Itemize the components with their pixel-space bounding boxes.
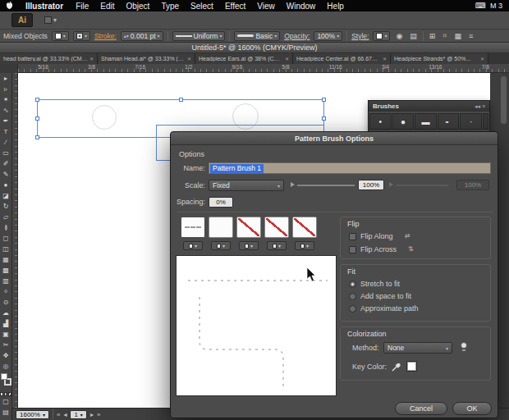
eyedropper-icon[interactable] [392, 362, 401, 372]
anchor-handle[interactable] [35, 98, 39, 102]
selection-tool[interactable]: ▸ [0, 73, 12, 84]
menu-type[interactable]: Type [155, 2, 185, 11]
end-tile-button[interactable] [292, 217, 317, 238]
gradient-tool[interactable]: ▥ [0, 276, 12, 286]
flip-across-checkbox[interactable] [349, 246, 356, 253]
dialog-titlebar[interactable]: Pattern Brush Options [171, 132, 498, 145]
brushes-panel-header[interactable]: Brushes ◂◂ ≡ [369, 101, 489, 112]
pen-tool[interactable]: ✒ [0, 116, 12, 126]
cancel-button[interactable]: Cancel [395, 402, 447, 415]
line-segment-tool[interactable]: ∕ [0, 137, 12, 148]
stretch-to-fit-radio[interactable] [349, 281, 356, 288]
fill-stroke-indicator[interactable] [0, 372, 12, 390]
tab-close-icon[interactable]: ✕ [383, 56, 387, 62]
rectangle-tool[interactable]: ▭ [0, 148, 12, 158]
anchor-handle[interactable] [322, 116, 326, 121]
width-tool[interactable]: ≬ [0, 222, 12, 233]
document-tab[interactable]: Shaman Head.ai* @ 33.33% (CMY...✕ [98, 53, 195, 64]
next-artboard-icon[interactable]: ▸ [90, 411, 94, 418]
scale-tool[interactable]: ▱ [0, 212, 12, 222]
shape-builder-tool[interactable]: ◫ [0, 244, 12, 254]
panel-menu-icon[interactable]: ≡ [482, 103, 485, 109]
panel-scrollbar[interactable] [483, 113, 488, 130]
anchor-handle[interactable] [35, 116, 39, 121]
anchor-handle[interactable] [35, 135, 39, 139]
menu-edit[interactable]: Edit [94, 2, 120, 11]
stretch-to-fit-label[interactable]: Stretch to fit [360, 280, 400, 288]
fill-color-widget[interactable]: ▾ [52, 31, 69, 41]
align-panel-icon[interactable]: ⊞ [428, 32, 438, 40]
outer-corner-tile-flyout[interactable]: ▾ [211, 241, 231, 250]
blend-tool[interactable]: ⊙ [0, 297, 12, 308]
perspective-grid-tool[interactable]: ▦ [0, 254, 12, 265]
recolor-artwork-icon[interactable]: ◉ [394, 32, 404, 40]
style-dropdown[interactable]: ▾ [373, 31, 390, 41]
inner-corner-tile-flyout[interactable]: ▾ [239, 241, 259, 250]
slice-tool[interactable]: ✂ [0, 340, 12, 350]
colorization-tips-icon[interactable] [461, 342, 467, 349]
lasso-tool[interactable]: ∿ [0, 105, 12, 116]
name-field[interactable]: Pattern Brush 1 [209, 162, 491, 174]
document-tab[interactable]: head battery.ai @ 33.33% (CMYK/...✕ [0, 53, 98, 64]
opacity-dropdown[interactable]: 100%▾ [314, 31, 342, 41]
pencil-tool[interactable]: ✎ [0, 169, 12, 180]
end-tile-flyout[interactable]: ▾ [295, 241, 314, 250]
column-graph-tool[interactable]: ▟ [0, 318, 12, 329]
anchor-handle[interactable] [179, 98, 183, 102]
scale-mode-dropdown[interactable]: Fixed ▾ [209, 180, 284, 191]
screen-mode-icon[interactable]: ▤ [0, 407, 12, 418]
flip-across-label[interactable]: Flip Across [360, 245, 397, 253]
menu-window[interactable]: Window [281, 2, 322, 11]
menu-illustrator[interactable]: Illustrator [19, 2, 70, 11]
approximate-path-radio[interactable] [349, 305, 356, 313]
stroke-panel-link[interactable]: Stroke: [94, 32, 117, 40]
document-tab[interactable]: Headpiece Ears.ai @ 38% (CMYK...✕ [195, 53, 293, 64]
add-space-to-fit-radio[interactable] [349, 293, 356, 300]
spacing-field[interactable]: 0% [209, 197, 233, 208]
scrollbar-thumb[interactable] [501, 76, 507, 124]
side-tile-button[interactable] [181, 217, 205, 238]
previous-artboard-icon[interactable]: ◂ [63, 411, 66, 418]
menu-effect[interactable]: Effect [219, 2, 251, 11]
eyedropper-tool[interactable]: ✧ [0, 286, 12, 297]
menu-view[interactable]: View [251, 2, 281, 11]
stroke-weight-value[interactable]: 0.001 pt [131, 32, 156, 40]
scale-slider-track[interactable] [297, 185, 355, 186]
inner-corner-tile-button[interactable] [236, 217, 261, 238]
zoom-level-dropdown[interactable]: 1600% ▾ [16, 410, 49, 419]
draw-mode-icon[interactable]: ▢ [0, 396, 12, 407]
add-space-to-fit-label[interactable]: Add space to fit [360, 292, 411, 300]
direct-selection-tool[interactable]: ▹ [0, 84, 12, 94]
transform-panel-icon[interactable]: ⌗ [441, 31, 448, 40]
start-tile-flyout[interactable]: ▾ [267, 241, 287, 250]
brush-swatch[interactable]: ╸ [438, 113, 460, 130]
paintbrush-tool[interactable]: ✐ [0, 158, 12, 169]
document-tab[interactable]: Headpiece Strands* @ 50%...✕ [391, 53, 488, 64]
collapse-panel-icon[interactable]: ◂◂ [475, 103, 480, 109]
ruler-origin-box[interactable] [0, 64, 18, 73]
key-color-swatch[interactable] [406, 361, 417, 372]
document-tab[interactable]: Headpiece Center.ai @ 66.67% (C...✕ [293, 53, 391, 64]
mesh-tool[interactable]: ▩ [0, 265, 12, 276]
zoom-tool[interactable]: ◎ [0, 361, 12, 372]
flip-along-checkbox[interactable] [349, 233, 356, 240]
rotate-tool[interactable]: ↻ [0, 201, 12, 212]
scale-slider-handle[interactable] [291, 182, 295, 187]
menu-file[interactable]: File [70, 2, 94, 11]
eraser-tool[interactable]: ◪ [0, 190, 12, 201]
brush-definition-dropdown[interactable]: Basic▾ [234, 31, 280, 41]
opacity-value[interactable]: 100% [317, 32, 335, 40]
keyboard-layout-icon[interactable]: ⌨ [475, 2, 486, 10]
blob-brush-tool[interactable]: ● [0, 180, 12, 190]
approximate-path-label[interactable]: Approximate path [360, 304, 419, 313]
first-artboard-icon[interactable]: « [57, 411, 60, 418]
scale-value-field[interactable]: 100% [358, 180, 384, 190]
menu-object[interactable]: Object [120, 2, 155, 11]
brush-swatch[interactable]: ● [392, 113, 415, 130]
tab-close-icon[interactable]: ✕ [89, 56, 94, 62]
type-tool[interactable]: T [0, 126, 12, 137]
stroke-weight-stepper[interactable]: ▴▾0.001 pt▾ [121, 31, 163, 41]
ok-button[interactable]: OK [452, 402, 492, 415]
magic-wand-tool[interactable]: ✶ [0, 94, 12, 105]
menu-select[interactable]: Select [185, 2, 219, 11]
